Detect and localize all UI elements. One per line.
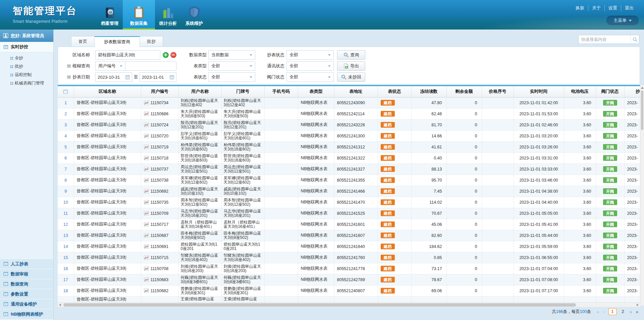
sidebar-section-item[interactable]: 数据审核	[0, 269, 53, 279]
main-menu-button[interactable]: 主菜单	[606, 16, 639, 25]
column-header-valve[interactable]: 阀门状态	[596, 86, 624, 97]
fuzzy-field-select[interactable]: 用户编号	[95, 61, 125, 71]
tab-batch-reading[interactable]: 批抄	[140, 36, 163, 47]
table-row[interactable]: 3曾都区-碧桂园翠山蓝天3街11150724殷浩(碧桂园翠山蓝天3街12座201…	[58, 119, 640, 130]
chart-line-icon[interactable]	[144, 178, 149, 182]
table-row[interactable]: 8曾都区-碧桂园翠山蓝天3街11150738吴军娜(碧桂园翠山蓝天3街12座60…	[58, 175, 640, 186]
column-header-time[interactable]: 实时时间	[514, 86, 564, 97]
table-row[interactable]: 14曾都区-碧桂园翠山蓝天3街11150691碧桂园翠山蓝天3街10座201碧桂…	[58, 241, 640, 252]
chart-line-icon[interactable]	[144, 233, 149, 238]
data-type-select[interactable]: 当前数据	[208, 50, 255, 60]
chart-line-icon[interactable]	[144, 289, 149, 293]
chart-line-icon[interactable]	[144, 134, 149, 138]
meter-status-select[interactable]: 全部	[208, 72, 255, 82]
remove-area-button[interactable]	[170, 52, 176, 58]
export-button[interactable]: X 导出	[337, 61, 365, 71]
valve-status-select[interactable]: 全部	[286, 72, 334, 82]
column-header-rtime[interactable]: 抄表时间	[624, 86, 640, 97]
link-about[interactable]: 关于	[588, 5, 605, 11]
first-page-button[interactable]: «	[596, 309, 600, 315]
chart-line-icon[interactable]	[144, 156, 149, 160]
link-settings[interactable]: 设置	[605, 5, 621, 11]
prev-page-button[interactable]: ‹	[602, 309, 606, 315]
column-header-reading[interactable]: 冻结读数	[411, 86, 446, 97]
sidebar-section-realtime-reading[interactable]: 实时抄控	[0, 42, 53, 52]
sidebar-section-item[interactable]: 参数设置	[0, 289, 53, 299]
table-row[interactable]: 4曾都区-碧桂园翠山蓝天3街11150720彭学义(碧桂园翠山蓝天3街16座60…	[58, 130, 640, 141]
last-page-button[interactable]: »	[635, 309, 639, 315]
sidebar-sub-item[interactable]: 全抄	[0, 54, 53, 62]
table-row[interactable]: 10曾都区-碧桂园翠山蓝天3街11150735周本智(碧桂园翠山蓝天3街12座5…	[58, 197, 640, 208]
tab-home[interactable]: 首页	[71, 36, 95, 47]
table-row[interactable]: 12曾都区-碧桂园翠山蓝天3街11150717孟秋月（碧桂园翠山蓝天3街16座4…	[58, 219, 640, 230]
scroll-up-arrow-icon[interactable]	[641, 87, 644, 89]
chart-line-icon[interactable]	[144, 167, 149, 171]
column-header-status[interactable]: 表状态	[378, 86, 411, 97]
page-1-button[interactable]: 1	[608, 308, 617, 315]
nav-item-system-maintenance[interactable]: 系统维护	[181, 0, 207, 29]
select-all-icon[interactable]	[63, 90, 68, 94]
comm-status-select[interactable]: 全部	[286, 61, 334, 71]
column-header-phone[interactable]: 手机号码	[264, 86, 298, 97]
fuzzy-value-input[interactable]	[125, 62, 176, 70]
table-row[interactable]: 9曾都区-碧桂园翠山蓝天3街11150692戚岚(碧桂园翠山蓝天3街10座102…	[58, 186, 640, 197]
column-header-uid[interactable]: 用户编号	[141, 86, 178, 97]
column-header-name[interactable]: 用户名称	[178, 86, 221, 97]
table-row[interactable]: 曾都区-碧桂园翠山蓝天3街王俊(碧桂园翠山蓝王俊(碧桂园翠山蓝	[58, 296, 640, 302]
link-logout[interactable]: 退出	[621, 5, 637, 11]
chart-line-icon[interactable]	[144, 255, 149, 260]
horizontal-scroll-thumb[interactable]	[63, 303, 576, 307]
table-row[interactable]: 15曾都区-碧桂园翠山蓝天3街11150715邹耀东(碧桂园翠山蓝天3街16座4…	[58, 252, 640, 263]
table-row[interactable]: 18曾都区-碧桂园翠山蓝天3街11150682曾鹏傲(碧桂园翠山蓝天3街8座30…	[58, 285, 640, 296]
add-area-button[interactable]	[163, 52, 169, 58]
area-name-input[interactable]	[96, 51, 160, 59]
column-header-addr[interactable]: 表地址	[334, 86, 378, 97]
search-input[interactable]	[579, 37, 630, 42]
select-all-header[interactable]	[58, 86, 74, 97]
meter-type-select[interactable]: 全部	[208, 61, 255, 71]
chart-line-icon[interactable]	[144, 200, 149, 204]
chart-line-icon[interactable]	[144, 266, 149, 271]
chart-line-icon[interactable]	[144, 112, 149, 116]
table-row[interactable]: 11曾都区-碧桂园翠山蓝天3街11150709马志华(碧桂园翠山蓝天3街16座2…	[58, 208, 640, 219]
column-header-mtype[interactable]: 表类型	[298, 86, 334, 97]
read-status-select[interactable]: 全部	[286, 50, 334, 60]
chart-line-icon[interactable]	[144, 189, 149, 193]
query-button[interactable]: 查询	[337, 50, 365, 60]
chart-line-icon[interactable]	[144, 123, 149, 127]
next-page-button[interactable]: ›	[629, 309, 632, 315]
chart-line-icon[interactable]	[144, 277, 149, 282]
tab-meter-data-query[interactable]: 抄表数据查询	[95, 36, 140, 47]
table-row[interactable]: 5曾都区-碧桂园翠山蓝天3街11150719柏伟星(碧桂园翠山蓝天3街16座60…	[58, 141, 640, 152]
nav-item-data-collection[interactable]: 数据采集	[123, 0, 155, 29]
column-header-region[interactable]: 区域名称	[74, 86, 141, 97]
nav-item-archive[interactable]: @ 档案管理	[97, 0, 123, 29]
date-from-input[interactable]: 2023-10-31	[95, 72, 132, 82]
sidebar-sub-item[interactable]: 机械表阀门管理	[0, 79, 53, 87]
unread-button[interactable]: 未抄回	[337, 72, 365, 82]
sidebar-sub-item[interactable]: 远程控制	[0, 71, 53, 79]
link-change-skin[interactable]: 换肤	[572, 5, 588, 11]
table-row[interactable]: 16曾都区-碧桂园翠山蓝天3街11150708刘俊(碧桂园翠山蓝天3街16座20…	[58, 263, 640, 274]
column-header-volt[interactable]: 电池电压	[564, 86, 596, 97]
chart-line-icon[interactable]	[144, 244, 149, 249]
horizontal-scrollbar[interactable]	[58, 302, 640, 307]
sidebar-section-item[interactable]: 人工抄表	[0, 259, 53, 269]
chart-line-icon[interactable]	[144, 145, 149, 149]
sidebar-section-item[interactable]: NB物联网表维护	[0, 309, 53, 319]
nav-item-statistics[interactable]: 统计分析	[155, 0, 181, 29]
table-row[interactable]: 7曾都区-碧桂园翠山蓝天3街11150737周运忠(碧桂园翠山蓝天3街12座50…	[58, 164, 640, 175]
column-header-price[interactable]: 价格序号	[482, 86, 514, 97]
table-row[interactable]: 17曾都区-碧桂园翠山蓝天3街11150683何巍(碧桂园翠山蓝天3街8座3楼6…	[58, 274, 640, 285]
chart-line-icon[interactable]	[144, 101, 149, 105]
table-row[interactable]: 6曾都区-碧桂园翠山蓝天3街11150718郭世强(碧桂园翠山蓝天3街16座60…	[58, 152, 640, 164]
column-header-balance[interactable]: 剩余金额	[446, 86, 482, 97]
vertical-scroll-thumb[interactable]	[641, 90, 643, 130]
column-header-house[interactable]: 门牌号	[221, 86, 264, 97]
page-2-button[interactable]: 2	[619, 309, 627, 315]
scroll-left-arrow-icon[interactable]	[59, 304, 61, 306]
scroll-right-arrow-icon[interactable]	[637, 304, 639, 306]
chart-line-icon[interactable]	[144, 211, 149, 215]
table-row[interactable]: 2曾都区-碧桂园翠山蓝天3街11150686朱大庆(碧桂园翠山蓝天3街8座503…	[58, 108, 640, 119]
sidebar-section-item[interactable]: 通用设备维护	[0, 299, 53, 309]
